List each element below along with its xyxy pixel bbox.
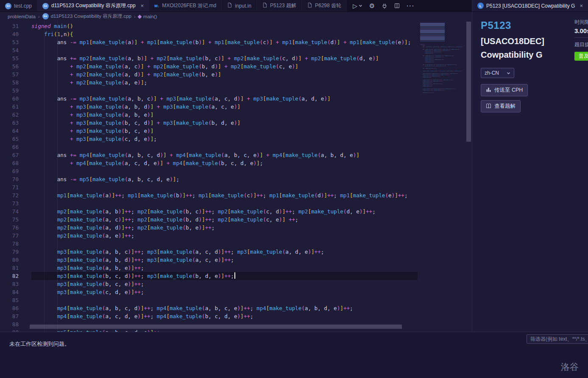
code-line[interactable] (31, 240, 418, 248)
code-line[interactable] (31, 199, 418, 207)
line-number[interactable]: 73 (0, 199, 19, 207)
settings-gear-icon[interactable]: ⚙ (369, 3, 375, 9)
problems-filter-input[interactable] (527, 334, 588, 344)
line-number[interactable]: 65 (0, 135, 19, 143)
line-number[interactable]: 75 (0, 216, 19, 224)
tab-MXOI2026FEB 游记.md[interactable]: M↓MXOI2026FEB 游记.md (149, 0, 222, 11)
line-number[interactable]: 40 (0, 30, 19, 38)
line-number[interactable]: 88 (0, 320, 19, 328)
code-line[interactable]: + mp2[make_tuple(a, d)] + mp2[make_tuple… (31, 70, 418, 78)
code-line[interactable]: ans -= mp1[make_tuple(a)] + mp1[make_tup… (31, 38, 418, 46)
code-line[interactable]: mp1[make_tuple(a)]++; mp1[make_tuple(b)]… (31, 191, 418, 199)
line-number[interactable]: 81 (0, 264, 19, 272)
line-number[interactable]: 80 (0, 256, 19, 264)
line-number[interactable]: 68 (0, 159, 19, 167)
tab-P6298 齿轮[interactable]: P6298 齿轮 (302, 0, 347, 11)
code-line[interactable] (31, 296, 418, 304)
code-line[interactable]: ans += mp2[make_tuple(a, b)] + mp2[make_… (31, 54, 418, 62)
horizontal-scrollbar[interactable] (30, 325, 402, 329)
code-line[interactable]: mp4[make_tuple(a, c, d, e)]++; mp4[make_… (31, 312, 418, 320)
breadcrumb-item[interactable]: problemData (8, 14, 36, 19)
line-number[interactable]: 62 (0, 111, 19, 119)
more-actions-icon[interactable]: ··· (407, 3, 415, 9)
line-number[interactable]: 66 (0, 143, 19, 151)
code-line[interactable]: mp3[make_tuple(b, c, d)]++; mp3[make_tup… (31, 272, 418, 280)
language-select[interactable]: zh-CN (481, 68, 514, 78)
code-line[interactable]: fri(1,n){ (31, 30, 418, 38)
minimap[interactable]: signed main() fri(1,n){ ans -= mp1[make_… (418, 21, 465, 332)
code-line[interactable] (31, 167, 418, 175)
split-editor-icon[interactable] (394, 3, 400, 8)
line-number[interactable]: 71 (0, 183, 19, 191)
line-number[interactable]: 64 (0, 127, 19, 135)
line-number-gutter[interactable]: 3140535455565758596061626364656667686970… (0, 21, 30, 332)
code-line[interactable]: signed main() (31, 22, 418, 30)
code-line[interactable]: ans -= mp3[make_tuple(a, b, c)] + mp3[ma… (31, 95, 418, 103)
code-line[interactable]: + mp2[make_tuple(a, e)]; (31, 78, 418, 87)
line-number[interactable]: 67 (0, 151, 19, 159)
code-line[interactable] (31, 87, 418, 95)
code-line[interactable]: mp4[make_tuple(a, b, c, d)]++; mp4[make_… (31, 304, 418, 312)
breadcrumb-item[interactable]: ++d11P5123 Cowpatibility 容斥原理.cpp (42, 13, 131, 20)
code-line[interactable]: ans -= mp5[make_tuple(a, b, c, d, e)]; (31, 175, 418, 183)
line-number[interactable]: 54 (0, 46, 19, 54)
code-line[interactable]: mp3[make_tuple(a, b, e)]++; (31, 264, 418, 272)
tab-P5123 题解[interactable]: P5123 题解 (257, 0, 302, 11)
line-number[interactable]: 55 (0, 54, 19, 62)
line-number[interactable]: 74 (0, 207, 19, 216)
line-number[interactable]: 58 (0, 78, 19, 87)
line-number[interactable]: 60 (0, 95, 19, 103)
line-number[interactable]: 72 (0, 191, 19, 199)
send-to-cph-button[interactable]: 传送至 CPH (481, 84, 528, 96)
run-or-debug-icon[interactable]: ▷ (353, 3, 362, 9)
tab-input.in[interactable]: input.in (222, 0, 257, 11)
code-line[interactable]: + mp3[make_tuple(a, b, d)] + mp3[make_tu… (31, 103, 418, 111)
code-line[interactable]: mp3[make_tuple(c, d, e)]++; (31, 288, 418, 296)
tab-test.cpp[interactable]: ++test.cpp (0, 0, 37, 11)
line-number[interactable]: 31 (0, 22, 19, 30)
code-line[interactable]: ans += mp4[make_tuple(a, b, c, d)] + mp4… (31, 151, 418, 159)
code-line[interactable]: mp3[make_tuple(a, b, c)]++; mp3[make_tup… (31, 248, 418, 256)
line-number[interactable]: 53 (0, 38, 19, 46)
code-line[interactable]: + mp3[make_tuple(a, b, e)] (31, 111, 418, 119)
code-line[interactable]: ans -= mp1[make_tuple(a)] + mp1[make_tup… (420, 46, 464, 48)
close-icon[interactable]: × (141, 3, 144, 9)
vertical-scrollbar[interactable] (466, 22, 471, 142)
code-line[interactable]: + mp2[make_tuple(a, c)] + mp2[make_tuple… (31, 62, 418, 70)
code-line[interactable]: + mp3[make_tuple(b, c, e)] (31, 127, 418, 135)
code-line[interactable] (31, 46, 418, 54)
code-line[interactable]: mp1[make_tuple(a)]++; mp1[make_tuple(b)]… (420, 70, 464, 72)
line-number[interactable]: 76 (0, 224, 19, 232)
code-line[interactable] (31, 143, 418, 151)
code-line[interactable]: + mp3[make_tuple(b, c, d)] + mp3[make_tu… (31, 119, 418, 127)
code-line[interactable]: mp2[make_tuple(a, c)]++; mp2[make_tuple(… (31, 216, 418, 224)
line-number[interactable]: 86 (0, 304, 19, 312)
code-line[interactable]: mp2[make_tuple(a, e)]++; (31, 232, 418, 240)
line-number[interactable]: 59 (0, 87, 19, 95)
line-number[interactable]: 61 (0, 103, 19, 111)
line-number[interactable]: 56 (0, 62, 19, 70)
code-line[interactable]: mp5[make_tuple(a, b, c, d, e)]++; (420, 92, 464, 93)
code-line[interactable]: mp3[make_tuple(a, b, d)]++; mp3[make_tup… (31, 256, 418, 264)
tab-P5123 [USACO18DEC] Cowpatibility G[interactable]: LP5123 [USACO18DEC] Cowpatibility G× (472, 0, 588, 11)
line-number[interactable]: 85 (0, 296, 19, 304)
code-line[interactable] (31, 183, 418, 191)
line-number[interactable]: 70 (0, 175, 19, 183)
line-number[interactable]: 57 (0, 70, 19, 78)
code-line[interactable]: + mp3[make_tuple(c, d, e)]; (31, 135, 418, 143)
breadcrumb-item[interactable]: main() (138, 14, 157, 19)
line-number[interactable]: 79 (0, 248, 19, 256)
extension-plug-icon[interactable] (382, 3, 387, 9)
line-number[interactable]: 87 (0, 312, 19, 320)
code-line[interactable]: + mp4[make_tuple(a, c, d, e)] + mp4[make… (31, 159, 418, 167)
code-line[interactable]: mp2[make_tuple(a, b)]++; mp2[make_tuple(… (31, 207, 418, 216)
line-number[interactable]: 82 (0, 272, 19, 280)
line-number[interactable]: 89 (0, 328, 19, 332)
line-number[interactable]: 84 (0, 288, 19, 296)
code-content[interactable]: signed main() fri(1,n){ ans -= mp1[make_… (30, 21, 418, 332)
code-editor[interactable]: 3140535455565758596061626364656667686970… (0, 21, 472, 332)
code-line[interactable]: mp3[make_tuple(b, c, e)]++; (31, 280, 418, 288)
line-number[interactable]: 83 (0, 280, 19, 288)
tab-d11P5123 Cowpatibility 容斥原理.cpp[interactable]: ++d11P5123 Cowpatibility 容斥原理.cpp× (37, 0, 149, 11)
line-number[interactable]: 77 (0, 232, 19, 240)
